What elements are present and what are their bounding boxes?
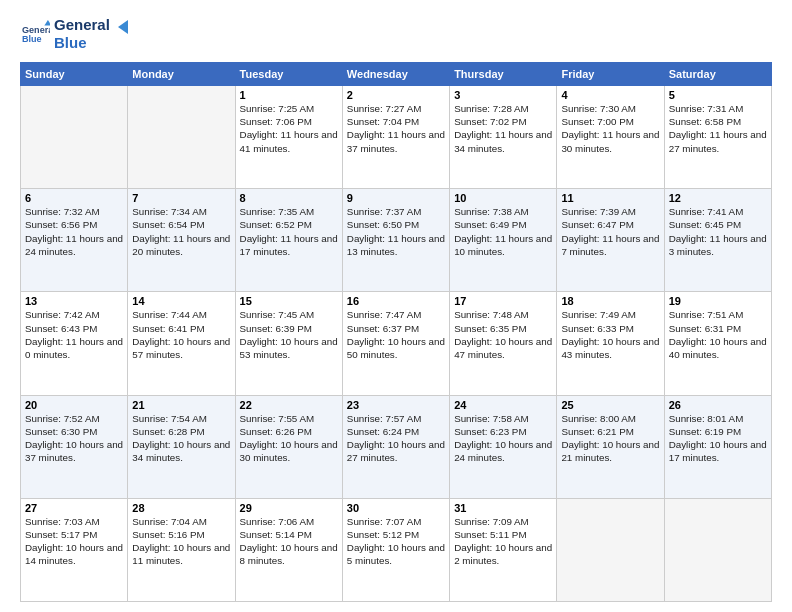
day-number: 28 (132, 502, 230, 514)
svg-marker-3 (118, 20, 128, 34)
day-info: Sunrise: 7:25 AM Sunset: 7:06 PM Dayligh… (240, 102, 338, 155)
calendar-cell: 29Sunrise: 7:06 AM Sunset: 5:14 PM Dayli… (235, 498, 342, 601)
day-info: Sunrise: 7:41 AM Sunset: 6:45 PM Dayligh… (669, 205, 767, 258)
day-number: 6 (25, 192, 123, 204)
day-info: Sunrise: 7:39 AM Sunset: 6:47 PM Dayligh… (561, 205, 659, 258)
calendar-cell (557, 498, 664, 601)
calendar-cell: 22Sunrise: 7:55 AM Sunset: 6:26 PM Dayli… (235, 395, 342, 498)
calendar-cell: 23Sunrise: 7:57 AM Sunset: 6:24 PM Dayli… (342, 395, 449, 498)
day-number: 2 (347, 89, 445, 101)
calendar-cell: 20Sunrise: 7:52 AM Sunset: 6:30 PM Dayli… (21, 395, 128, 498)
day-info: Sunrise: 7:54 AM Sunset: 6:28 PM Dayligh… (132, 412, 230, 465)
logo-general: General (54, 16, 110, 34)
calendar-cell: 24Sunrise: 7:58 AM Sunset: 6:23 PM Dayli… (450, 395, 557, 498)
day-info: Sunrise: 7:52 AM Sunset: 6:30 PM Dayligh… (25, 412, 123, 465)
calendar-cell: 5Sunrise: 7:31 AM Sunset: 6:58 PM Daylig… (664, 86, 771, 189)
day-info: Sunrise: 7:30 AM Sunset: 7:00 PM Dayligh… (561, 102, 659, 155)
day-number: 27 (25, 502, 123, 514)
weekday-header-monday: Monday (128, 63, 235, 86)
day-number: 30 (347, 502, 445, 514)
calendar-cell: 15Sunrise: 7:45 AM Sunset: 6:39 PM Dayli… (235, 292, 342, 395)
day-number: 7 (132, 192, 230, 204)
day-number: 10 (454, 192, 552, 204)
calendar-cell: 9Sunrise: 7:37 AM Sunset: 6:50 PM Daylig… (342, 189, 449, 292)
weekday-header-saturday: Saturday (664, 63, 771, 86)
calendar-week-row: 27Sunrise: 7:03 AM Sunset: 5:17 PM Dayli… (21, 498, 772, 601)
calendar-cell: 28Sunrise: 7:04 AM Sunset: 5:16 PM Dayli… (128, 498, 235, 601)
day-number: 25 (561, 399, 659, 411)
calendar-cell: 18Sunrise: 7:49 AM Sunset: 6:33 PM Dayli… (557, 292, 664, 395)
day-number: 24 (454, 399, 552, 411)
calendar-table: SundayMondayTuesdayWednesdayThursdayFrid… (20, 62, 772, 602)
day-number: 9 (347, 192, 445, 204)
day-info: Sunrise: 7:57 AM Sunset: 6:24 PM Dayligh… (347, 412, 445, 465)
day-number: 12 (669, 192, 767, 204)
day-info: Sunrise: 7:48 AM Sunset: 6:35 PM Dayligh… (454, 308, 552, 361)
day-number: 5 (669, 89, 767, 101)
day-number: 1 (240, 89, 338, 101)
day-info: Sunrise: 7:34 AM Sunset: 6:54 PM Dayligh… (132, 205, 230, 258)
day-info: Sunrise: 8:00 AM Sunset: 6:21 PM Dayligh… (561, 412, 659, 465)
calendar-week-row: 13Sunrise: 7:42 AM Sunset: 6:43 PM Dayli… (21, 292, 772, 395)
calendar-cell: 7Sunrise: 7:34 AM Sunset: 6:54 PM Daylig… (128, 189, 235, 292)
day-info: Sunrise: 7:07 AM Sunset: 5:12 PM Dayligh… (347, 515, 445, 568)
calendar-cell: 14Sunrise: 7:44 AM Sunset: 6:41 PM Dayli… (128, 292, 235, 395)
day-info: Sunrise: 7:03 AM Sunset: 5:17 PM Dayligh… (25, 515, 123, 568)
day-number: 16 (347, 295, 445, 307)
calendar-cell: 19Sunrise: 7:51 AM Sunset: 6:31 PM Dayli… (664, 292, 771, 395)
calendar-cell: 6Sunrise: 7:32 AM Sunset: 6:56 PM Daylig… (21, 189, 128, 292)
weekday-header-sunday: Sunday (21, 63, 128, 86)
day-number: 22 (240, 399, 338, 411)
day-info: Sunrise: 7:42 AM Sunset: 6:43 PM Dayligh… (25, 308, 123, 361)
weekday-header-row: SundayMondayTuesdayWednesdayThursdayFrid… (21, 63, 772, 86)
day-number: 23 (347, 399, 445, 411)
day-number: 8 (240, 192, 338, 204)
calendar-cell: 31Sunrise: 7:09 AM Sunset: 5:11 PM Dayli… (450, 498, 557, 601)
weekday-header-thursday: Thursday (450, 63, 557, 86)
day-number: 21 (132, 399, 230, 411)
calendar-week-row: 6Sunrise: 7:32 AM Sunset: 6:56 PM Daylig… (21, 189, 772, 292)
day-number: 14 (132, 295, 230, 307)
day-info: Sunrise: 7:58 AM Sunset: 6:23 PM Dayligh… (454, 412, 552, 465)
day-info: Sunrise: 7:06 AM Sunset: 5:14 PM Dayligh… (240, 515, 338, 568)
calendar-cell (21, 86, 128, 189)
header: General Blue General Blue (20, 16, 772, 52)
day-number: 11 (561, 192, 659, 204)
logo: General Blue General Blue (20, 16, 134, 52)
day-number: 13 (25, 295, 123, 307)
calendar-cell: 13Sunrise: 7:42 AM Sunset: 6:43 PM Dayli… (21, 292, 128, 395)
day-number: 17 (454, 295, 552, 307)
svg-text:Blue: Blue (22, 34, 42, 44)
calendar-cell: 25Sunrise: 8:00 AM Sunset: 6:21 PM Dayli… (557, 395, 664, 498)
day-info: Sunrise: 7:51 AM Sunset: 6:31 PM Dayligh… (669, 308, 767, 361)
calendar-cell: 21Sunrise: 7:54 AM Sunset: 6:28 PM Dayli… (128, 395, 235, 498)
svg-text:General: General (22, 25, 50, 35)
day-number: 3 (454, 89, 552, 101)
calendar-cell: 12Sunrise: 7:41 AM Sunset: 6:45 PM Dayli… (664, 189, 771, 292)
calendar-cell: 3Sunrise: 7:28 AM Sunset: 7:02 PM Daylig… (450, 86, 557, 189)
day-info: Sunrise: 7:09 AM Sunset: 5:11 PM Dayligh… (454, 515, 552, 568)
logo-arrow-icon (112, 16, 134, 38)
weekday-header-tuesday: Tuesday (235, 63, 342, 86)
day-info: Sunrise: 7:35 AM Sunset: 6:52 PM Dayligh… (240, 205, 338, 258)
svg-marker-2 (44, 20, 50, 26)
day-number: 31 (454, 502, 552, 514)
day-number: 29 (240, 502, 338, 514)
calendar-cell: 10Sunrise: 7:38 AM Sunset: 6:49 PM Dayli… (450, 189, 557, 292)
day-info: Sunrise: 7:49 AM Sunset: 6:33 PM Dayligh… (561, 308, 659, 361)
weekday-header-wednesday: Wednesday (342, 63, 449, 86)
calendar-cell: 8Sunrise: 7:35 AM Sunset: 6:52 PM Daylig… (235, 189, 342, 292)
day-info: Sunrise: 7:31 AM Sunset: 6:58 PM Dayligh… (669, 102, 767, 155)
calendar-week-row: 20Sunrise: 7:52 AM Sunset: 6:30 PM Dayli… (21, 395, 772, 498)
calendar-cell: 30Sunrise: 7:07 AM Sunset: 5:12 PM Dayli… (342, 498, 449, 601)
day-info: Sunrise: 7:47 AM Sunset: 6:37 PM Dayligh… (347, 308, 445, 361)
calendar-cell: 1Sunrise: 7:25 AM Sunset: 7:06 PM Daylig… (235, 86, 342, 189)
calendar-cell: 11Sunrise: 7:39 AM Sunset: 6:47 PM Dayli… (557, 189, 664, 292)
calendar-cell: 4Sunrise: 7:30 AM Sunset: 7:00 PM Daylig… (557, 86, 664, 189)
day-info: Sunrise: 7:55 AM Sunset: 6:26 PM Dayligh… (240, 412, 338, 465)
calendar-cell (664, 498, 771, 601)
day-info: Sunrise: 7:37 AM Sunset: 6:50 PM Dayligh… (347, 205, 445, 258)
day-info: Sunrise: 7:28 AM Sunset: 7:02 PM Dayligh… (454, 102, 552, 155)
weekday-header-friday: Friday (557, 63, 664, 86)
day-info: Sunrise: 7:45 AM Sunset: 6:39 PM Dayligh… (240, 308, 338, 361)
